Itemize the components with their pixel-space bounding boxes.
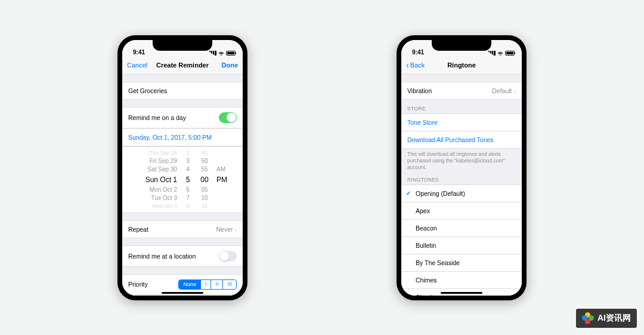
remind-day-row: Remind me on a day xyxy=(122,107,243,128)
repeat-row[interactable]: Repeat Never › xyxy=(122,220,243,238)
nav-bar: Cancel Create Reminder Done xyxy=(122,57,243,75)
wheel-row[interactable]: Sat Sep 30455AM xyxy=(128,165,237,174)
wheel-ampm xyxy=(216,186,231,193)
remind-location-toggle[interactable] xyxy=(219,251,237,262)
ringtone-name: Apex xyxy=(416,207,430,214)
phone-right: 9:41 ‹ Back Ringtone xyxy=(397,35,527,300)
status-icons xyxy=(209,51,236,56)
task-name-value: Get Groceries xyxy=(128,87,167,94)
wheel-row[interactable]: Fri Sep 29350 xyxy=(128,157,237,165)
date-summary-row[interactable]: Sunday, Oct 1, 2017, 5:00 PM xyxy=(122,128,243,146)
wifi-icon xyxy=(497,51,503,56)
chevron-left-icon: ‹ xyxy=(406,61,409,69)
chevron-right-icon: › xyxy=(514,87,516,94)
wheel-ampm: PM xyxy=(216,176,231,184)
ringtone-row[interactable]: By The Seaside xyxy=(401,254,522,272)
tone-store-row[interactable]: Tone Store xyxy=(401,113,522,131)
signal-icon xyxy=(209,51,216,56)
vibration-row[interactable]: Vibration Default › xyxy=(401,82,522,100)
repeat-label: Repeat xyxy=(128,226,148,233)
wheel-date: Sun Oct 1 xyxy=(134,176,177,184)
wheel-hour: 7 xyxy=(183,195,193,201)
ringtone-settings: Vibration Default › STORE Tone Store Dow… xyxy=(401,75,522,296)
phone-left: 9:41 Cancel Create Reminder Done Get G xyxy=(117,35,247,300)
wheel-row[interactable]: Wed Oct 4815 xyxy=(128,202,237,210)
ringtone-name: Beacon xyxy=(416,225,437,232)
wheel-date: Thu Sep 28 xyxy=(134,150,177,156)
wheel-date: Fri Sep 29 xyxy=(134,158,177,164)
ringtone-name: By The Seaside xyxy=(416,259,460,266)
ringtone-row[interactable]: Opening (Default) xyxy=(401,185,522,202)
reminder-form: Get Groceries Remind me on a day Sunday,… xyxy=(122,75,243,296)
remind-day-toggle[interactable] xyxy=(219,112,237,123)
battery-icon xyxy=(226,51,236,56)
repeat-value-text: Never xyxy=(216,226,233,233)
back-label: Back xyxy=(410,62,425,69)
wheel-row[interactable]: Thu Sep 28345 xyxy=(128,149,237,157)
stage: 9:41 Cancel Create Reminder Done Get G xyxy=(0,0,644,335)
back-button[interactable]: ‹ Back xyxy=(406,61,433,69)
notch xyxy=(432,40,491,51)
chevron-right-icon: › xyxy=(235,226,237,233)
priority-segmented[interactable]: None!!!!!! xyxy=(178,279,237,290)
wheel-minute: 45 xyxy=(199,150,210,156)
ringtone-row[interactable]: Bulletin xyxy=(401,237,522,254)
datetime-wheel[interactable]: Thu Sep 28345Fri Sep 29350Sat Sep 30455A… xyxy=(122,146,243,213)
priority-segment[interactable]: ! xyxy=(201,280,212,289)
task-name-field[interactable]: Get Groceries xyxy=(122,82,243,100)
status-icons xyxy=(488,51,515,56)
nav-bar: ‹ Back Ringtone xyxy=(401,57,522,75)
notes-row[interactable]: Notes xyxy=(122,295,243,296)
wheel-ampm xyxy=(216,158,231,164)
priority-segment[interactable]: !!! xyxy=(223,280,236,289)
wheel-ampm xyxy=(216,150,231,156)
date-summary: Sunday, Oct 1, 2017, 5:00 PM xyxy=(128,134,212,141)
wheel-row[interactable]: Sun Oct 1500PM xyxy=(128,174,237,186)
wheel-minute: 15 xyxy=(199,203,210,209)
wheel-date: Sat Sep 30 xyxy=(134,166,177,173)
wheel-minute: 05 xyxy=(199,186,210,193)
phone-right-screen: 9:41 ‹ Back Ringtone xyxy=(401,40,522,296)
cancel-button[interactable]: Cancel xyxy=(127,62,154,69)
wheel-row[interactable]: Mon Oct 2605 xyxy=(128,186,237,194)
vibration-label: Vibration xyxy=(407,87,432,94)
ringtones-header: RINGTONES xyxy=(401,171,522,185)
wheel-row[interactable]: Tue Oct 3710 xyxy=(128,194,237,202)
download-note: This will download all ringtones and ale… xyxy=(401,149,522,171)
signal-icon xyxy=(488,51,496,56)
wheel-ampm: AM xyxy=(216,166,231,173)
ringtone-row[interactable]: Beacon xyxy=(401,220,522,237)
remind-location-row: Remind me at a location xyxy=(122,245,243,267)
nav-title: Create Reminder xyxy=(154,62,211,69)
nav-title: Ringtone xyxy=(433,62,490,69)
wheel-hour: 8 xyxy=(183,203,193,209)
priority-segment[interactable]: !! xyxy=(211,280,223,289)
download-all-row[interactable]: Download All Purchased Tones xyxy=(401,131,522,149)
repeat-value: Never › xyxy=(216,226,237,233)
phone-left-screen: 9:41 Cancel Create Reminder Done Get G xyxy=(122,40,243,296)
priority-segment[interactable]: None xyxy=(179,280,201,289)
ringtone-name: Chimes xyxy=(416,276,437,284)
wheel-ampm xyxy=(216,195,231,201)
status-time: 9:41 xyxy=(133,49,145,56)
wheel-hour: 6 xyxy=(183,186,193,193)
wheel-minute: 00 xyxy=(199,176,210,184)
wheel-date: Mon Oct 2 xyxy=(134,186,177,193)
tone-store-label: Tone Store xyxy=(407,119,438,126)
done-button[interactable]: Done xyxy=(211,62,238,69)
ringtone-row[interactable]: Apex xyxy=(401,202,522,220)
ringtone-list: Opening (Default)ApexBeaconBulletinBy Th… xyxy=(401,185,522,296)
watermark-text: AI资讯网 xyxy=(597,313,631,324)
home-indicator[interactable] xyxy=(162,292,203,294)
wheel-minute: 50 xyxy=(199,158,210,164)
ringtone-name: Circuit xyxy=(416,294,434,296)
ringtone-name: Bulletin xyxy=(416,242,436,249)
remind-day-label: Remind me on a day xyxy=(128,114,186,121)
vibration-value: Default › xyxy=(492,87,516,94)
status-time: 9:41 xyxy=(412,49,424,56)
home-indicator[interactable] xyxy=(441,292,482,294)
wheel-ampm xyxy=(216,203,231,209)
download-all-label: Download All Purchased Tones xyxy=(407,136,494,143)
wheel-hour: 3 xyxy=(183,158,193,164)
ringtone-row[interactable]: Chimes xyxy=(401,272,522,289)
